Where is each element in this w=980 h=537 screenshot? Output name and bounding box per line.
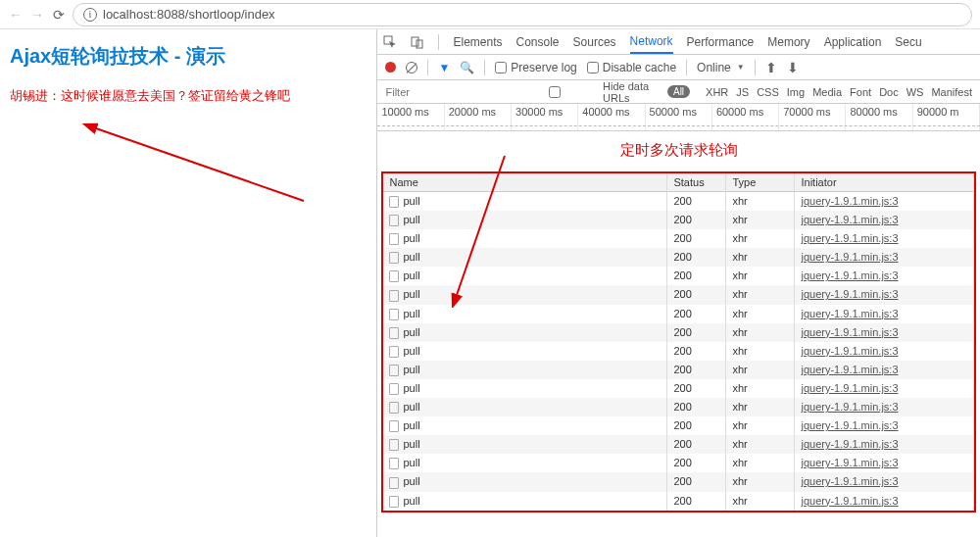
forward-button[interactable]: → bbox=[29, 7, 45, 23]
filter-doc[interactable]: Doc bbox=[879, 86, 899, 98]
network-row[interactable]: pull200xhrjquery-1.9.1.min.js:3 bbox=[383, 492, 974, 511]
download-icon[interactable]: ⬇ bbox=[787, 60, 799, 75]
timeline-tick: 70000 ms bbox=[779, 104, 846, 130]
filter-ws[interactable]: WS bbox=[906, 86, 924, 98]
network-row[interactable]: pull200xhrjquery-1.9.1.min.js:3 bbox=[383, 305, 974, 323]
file-icon bbox=[389, 365, 399, 376]
initiator-link[interactable]: jquery-1.9.1.min.js:3 bbox=[801, 232, 898, 244]
file-icon bbox=[389, 290, 399, 302]
upload-icon[interactable]: ⬆ bbox=[765, 60, 777, 75]
tab-security[interactable]: Secu bbox=[895, 35, 921, 49]
network-row[interactable]: pull200xhrjquery-1.9.1.min.js:3 bbox=[383, 361, 974, 379]
back-button[interactable]: ← bbox=[8, 7, 24, 23]
network-row[interactable]: pull200xhrjquery-1.9.1.min.js:3 bbox=[383, 211, 974, 229]
cell-initiator: jquery-1.9.1.min.js:3 bbox=[795, 229, 974, 248]
cell-status: 200 bbox=[667, 416, 726, 435]
tab-application[interactable]: Application bbox=[824, 35, 882, 49]
timeline-tick: 30000 ms bbox=[512, 104, 578, 130]
initiator-link[interactable]: jquery-1.9.1.min.js:3 bbox=[801, 419, 898, 431]
filter-input[interactable] bbox=[385, 86, 503, 98]
network-row[interactable]: pull200xhrjquery-1.9.1.min.js:3 bbox=[383, 248, 974, 267]
cell-status: 200 bbox=[667, 285, 726, 304]
hide-data-urls-checkbox[interactable]: Hide data URLs bbox=[511, 80, 660, 104]
col-initiator[interactable]: Initiator bbox=[795, 173, 974, 191]
cell-name: pull bbox=[383, 229, 667, 248]
network-timeline[interactable]: 10000 ms20000 ms30000 ms40000 ms50000 ms… bbox=[377, 104, 980, 131]
tab-elements[interactable]: Elements bbox=[453, 35, 502, 49]
file-icon bbox=[389, 383, 399, 395]
network-row[interactable]: pull200xhrjquery-1.9.1.min.js:3 bbox=[383, 192, 974, 211]
file-icon bbox=[389, 439, 399, 451]
network-row[interactable]: pull200xhrjquery-1.9.1.min.js:3 bbox=[383, 342, 974, 361]
network-row[interactable]: pull200xhrjquery-1.9.1.min.js:3 bbox=[383, 398, 974, 416]
initiator-link[interactable]: jquery-1.9.1.min.js:3 bbox=[801, 308, 898, 319]
cell-status: 200 bbox=[667, 398, 726, 416]
throttling-select[interactable]: Online bbox=[697, 61, 745, 74]
cell-status: 200 bbox=[667, 229, 726, 248]
initiator-link[interactable]: jquery-1.9.1.min.js:3 bbox=[801, 326, 898, 338]
filter-manifest[interactable]: Manifest bbox=[931, 86, 972, 98]
initiator-link[interactable]: jquery-1.9.1.min.js:3 bbox=[801, 475, 898, 487]
network-row[interactable]: pull200xhrjquery-1.9.1.min.js:3 bbox=[383, 472, 974, 491]
timeline-tick: 50000 ms bbox=[646, 104, 712, 130]
filter-xhr[interactable]: XHR bbox=[706, 86, 728, 98]
network-row[interactable]: pull200xhrjquery-1.9.1.min.js:3 bbox=[383, 416, 974, 435]
network-row[interactable]: pull200xhrjquery-1.9.1.min.js:3 bbox=[383, 379, 974, 398]
cell-status: 200 bbox=[667, 192, 726, 211]
cell-status: 200 bbox=[667, 361, 726, 379]
record-button[interactable] bbox=[385, 62, 396, 73]
filter-media[interactable]: Media bbox=[812, 86, 842, 98]
filter-toggle-icon[interactable]: ▼ bbox=[438, 61, 450, 74]
filter-font[interactable]: Font bbox=[850, 86, 871, 98]
initiator-link[interactable]: jquery-1.9.1.min.js:3 bbox=[801, 401, 898, 413]
tab-performance[interactable]: Performance bbox=[687, 35, 755, 49]
filter-js[interactable]: JS bbox=[736, 86, 749, 98]
cell-initiator: jquery-1.9.1.min.js:3 bbox=[795, 361, 974, 379]
col-type[interactable]: Type bbox=[726, 173, 795, 191]
device-icon[interactable] bbox=[411, 35, 424, 49]
initiator-link[interactable]: jquery-1.9.1.min.js:3 bbox=[801, 288, 898, 300]
reload-button[interactable]: ⟳ bbox=[51, 7, 67, 23]
cell-initiator: jquery-1.9.1.min.js:3 bbox=[795, 472, 974, 491]
network-row[interactable]: pull200xhrjquery-1.9.1.min.js:3 bbox=[383, 285, 974, 304]
search-icon[interactable]: 🔍 bbox=[460, 61, 474, 74]
initiator-link[interactable]: jquery-1.9.1.min.js:3 bbox=[801, 269, 898, 281]
tab-memory[interactable]: Memory bbox=[767, 35, 809, 49]
tab-network[interactable]: Network bbox=[630, 34, 673, 54]
initiator-link[interactable]: jquery-1.9.1.min.js:3 bbox=[801, 364, 898, 375]
cell-name: pull bbox=[383, 472, 667, 491]
network-row[interactable]: pull200xhrjquery-1.9.1.min.js:3 bbox=[383, 435, 974, 454]
cell-status: 200 bbox=[667, 305, 726, 323]
initiator-link[interactable]: jquery-1.9.1.min.js:3 bbox=[801, 382, 898, 394]
file-icon bbox=[389, 346, 399, 358]
initiator-link[interactable]: jquery-1.9.1.min.js:3 bbox=[801, 195, 898, 207]
disable-cache-checkbox[interactable]: Disable cache bbox=[587, 61, 676, 74]
cell-name: pull bbox=[383, 435, 667, 454]
tab-sources[interactable]: Sources bbox=[573, 35, 616, 49]
preserve-log-checkbox[interactable]: Preserve log bbox=[495, 61, 576, 74]
initiator-link[interactable]: jquery-1.9.1.min.js:3 bbox=[801, 214, 898, 225]
file-icon bbox=[389, 196, 399, 208]
col-status[interactable]: Status bbox=[667, 173, 726, 191]
network-row[interactable]: pull200xhrjquery-1.9.1.min.js:3 bbox=[383, 267, 974, 285]
clear-button[interactable] bbox=[406, 62, 417, 73]
cell-initiator: jquery-1.9.1.min.js:3 bbox=[795, 398, 974, 416]
filter-all[interactable]: All bbox=[667, 85, 690, 98]
initiator-link[interactable]: jquery-1.9.1.min.js:3 bbox=[801, 438, 898, 450]
info-icon[interactable]: i bbox=[83, 8, 97, 22]
initiator-link[interactable]: jquery-1.9.1.min.js:3 bbox=[801, 495, 898, 507]
network-row[interactable]: pull200xhrjquery-1.9.1.min.js:3 bbox=[383, 454, 974, 472]
filter-img[interactable]: Img bbox=[787, 86, 805, 98]
initiator-link[interactable]: jquery-1.9.1.min.js:3 bbox=[801, 251, 898, 263]
network-row[interactable]: pull200xhrjquery-1.9.1.min.js:3 bbox=[383, 323, 974, 342]
tab-console[interactable]: Console bbox=[516, 35, 560, 49]
initiator-link[interactable]: jquery-1.9.1.min.js:3 bbox=[801, 457, 898, 468]
url-bar[interactable]: i localhost:8088/shortloop/index bbox=[73, 3, 972, 26]
cell-type: xhr bbox=[726, 416, 795, 435]
col-name[interactable]: Name bbox=[383, 173, 667, 191]
network-row[interactable]: pull200xhrjquery-1.9.1.min.js:3 bbox=[383, 229, 974, 248]
filter-css[interactable]: CSS bbox=[757, 86, 779, 98]
initiator-link[interactable]: jquery-1.9.1.min.js:3 bbox=[801, 345, 898, 357]
inspect-icon[interactable] bbox=[383, 35, 397, 49]
cell-type: xhr bbox=[726, 398, 795, 416]
